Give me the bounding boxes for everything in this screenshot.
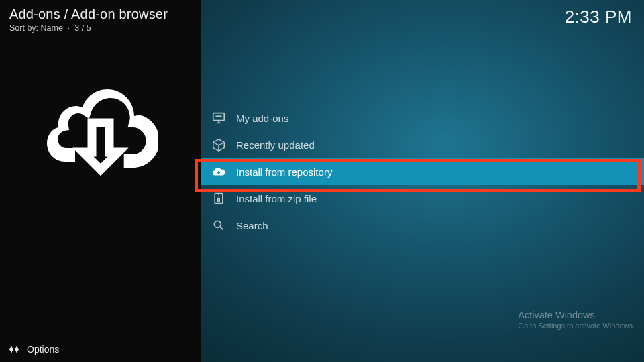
svg-point-10 (214, 221, 221, 227)
cloud-icon (211, 164, 227, 180)
menu-item-label: Search (236, 220, 268, 231)
watermark-title: Activate Windows (518, 310, 635, 320)
menu-item-my-add-ons[interactable]: My add-ons (201, 105, 644, 131)
options-label: Options (27, 344, 59, 355)
sort-sep: · (65, 23, 74, 33)
monitor-icon (211, 110, 227, 126)
search-icon (211, 217, 227, 233)
menu-item-label: My add-ons (236, 113, 288, 124)
svg-line-11 (220, 227, 223, 230)
menu-item-install-from-zip-file[interactable]: Install from zip file (201, 185, 644, 212)
windows-watermark: Activate Windows Go to Settings to activ… (518, 310, 635, 330)
section-artwork (0, 76, 201, 179)
sidebar: Add-ons / Add-on browser Sort by: Name ·… (0, 0, 201, 362)
menu-item-label: Recently updated (236, 139, 315, 151)
header: Add-ons / Add-on browser Sort by: Name ·… (0, 0, 201, 36)
clock: 2:33 PM (565, 7, 632, 27)
menu-item-search[interactable]: Search (201, 212, 644, 239)
box-icon (211, 137, 227, 153)
menu-item-recently-updated[interactable]: Recently updated (201, 131, 644, 158)
menu-item-label: Install from zip file (236, 193, 317, 204)
watermark-sub: Go to Settings to activate Windows. (518, 322, 635, 330)
breadcrumb: Add-ons / Add-on browser (9, 7, 192, 22)
menu-list: My add-ons Recently updated Install from… (201, 105, 644, 239)
list-position: 3 / 5 (74, 23, 91, 33)
menu-item-install-from-repository[interactable]: Install from repository (201, 158, 644, 185)
main-panel: 2:33 PM My add-ons Recently updated Inst… (201, 0, 644, 362)
cloud-download-icon (44, 76, 158, 179)
sort-line: Sort by: Name · 3 / 5 (9, 23, 192, 33)
options-icon (8, 343, 20, 355)
options-button[interactable]: Options (0, 337, 201, 362)
menu-item-label: Install from repository (236, 166, 332, 178)
svg-rect-9 (218, 199, 220, 201)
sort-label: Sort by: (9, 23, 38, 33)
sort-value: Name (41, 23, 63, 33)
svg-rect-0 (213, 113, 225, 121)
zip-icon (211, 190, 227, 206)
